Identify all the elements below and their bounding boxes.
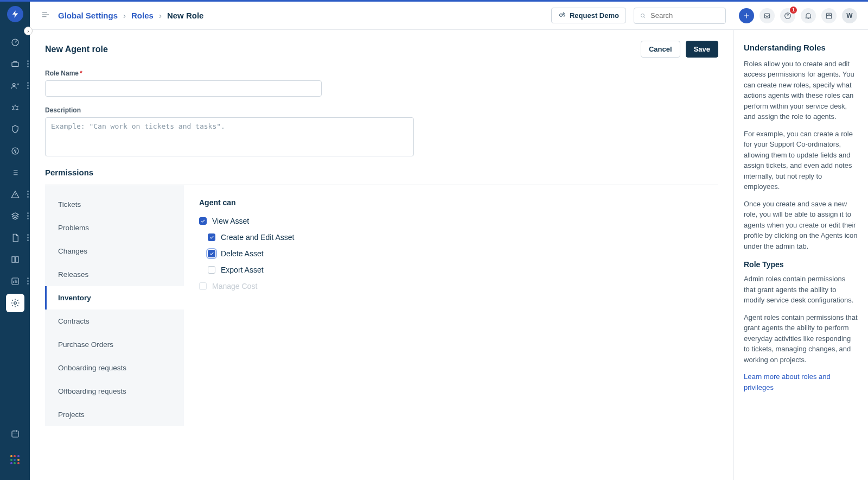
permissions-tablist: TicketsProblemsChangesReleasesInventoryC… [45,185,184,426]
permission-item[interactable]: Delete Asset [208,249,703,258]
permissions-tab[interactable]: Offboarding requests [45,380,184,403]
help-text: Once you create and save a new role, you… [744,199,858,252]
chevron-right-icon: › [159,11,162,20]
inbox-icon[interactable] [760,8,775,23]
checkbox[interactable] [208,250,215,257]
chevron-right-icon: › [123,11,126,20]
svg-point-9 [563,13,565,15]
nav-alerts[interactable] [6,185,24,204]
role-name-input[interactable] [45,80,322,97]
permission-label: Export Asset [221,266,264,274]
request-demo-button[interactable]: Request Demo [551,8,626,23]
nav-inventory[interactable] [6,207,24,225]
svg-rect-7 [12,431,18,437]
permission-item: Manage Cost [199,282,703,290]
breadcrumb-current: New Role [167,11,204,20]
permissions-body-heading: Agent can [199,198,703,207]
hamburger-icon[interactable] [41,10,50,21]
nav-dashboard[interactable] [6,33,24,52]
nav-documents[interactable] [6,229,24,247]
checkbox[interactable] [208,233,215,241]
bell-icon[interactable] [801,8,816,23]
expand-rail-handle[interactable]: › [24,27,33,35]
svg-point-2 [12,84,15,86]
permissions-tab[interactable]: Purchase Orders [45,333,184,356]
nav-tickets[interactable] [6,55,24,73]
request-demo-label: Request Demo [570,11,619,20]
help-heading: Understanding Roles [744,42,858,54]
new-button[interactable] [739,8,754,23]
nav-apps[interactable] [6,451,24,469]
permission-label: View Asset [212,217,249,225]
help-subheading: Role Types [744,259,858,270]
checkbox[interactable] [199,217,207,225]
search-box[interactable] [634,8,726,24]
breadcrumb-global-settings[interactable]: Global Settings [58,11,118,20]
nav-reports[interactable] [6,272,24,290]
marketplace-icon[interactable] [821,8,837,23]
save-button[interactable]: Save [686,41,718,58]
permissions-tab[interactable]: Tickets [45,193,184,216]
topbar: Global Settings › Roles › New Role Reque… [30,2,868,30]
nav-security[interactable] [6,120,24,138]
permission-item[interactable]: Export Asset [208,266,703,274]
nav-knowledge[interactable] [6,250,24,269]
permissions-tab[interactable]: Inventory [45,286,184,310]
nav-calendar[interactable] [6,425,24,443]
permissions-checklist: View AssetCreate and Edit AssetDelete As… [199,217,703,290]
role-name-label: Role Name* [45,70,718,77]
permission-label: Delete Asset [221,249,264,258]
permissions-tab[interactable]: Releases [45,263,184,286]
help-text: Agent roles contain permissions that gra… [744,312,858,365]
help-panel: Understanding Roles Roles allow you to c… [733,30,868,480]
help-learn-more-link[interactable]: Learn more about roles and privileges [744,372,831,391]
cancel-button[interactable]: Cancel [641,41,680,58]
svg-point-8 [559,14,562,16]
left-nav-rail: › [0,2,30,480]
permissions-tab[interactable]: Projects [45,403,184,426]
notification-badge: 1 [790,7,797,14]
avatar[interactable]: W [842,8,857,23]
checkbox [199,282,207,290]
nav-users[interactable] [6,77,24,95]
permissions-tab[interactable]: Contracts [45,310,184,333]
svg-rect-1 [12,62,18,67]
help-text: Roles allow you to create and edit acces… [744,59,858,122]
svg-point-10 [641,14,644,17]
permission-item[interactable]: View Asset [199,217,703,225]
svg-point-3 [13,106,17,110]
help-text: Admin roles contain permissions that gra… [744,274,858,306]
permission-item[interactable]: Create and Edit Asset [208,233,703,242]
permission-label: Manage Cost [212,282,257,290]
nav-automation[interactable] [6,142,24,160]
description-label: Description [45,106,718,114]
breadcrumb-roles[interactable]: Roles [131,11,154,20]
permissions-panel: TicketsProblemsChangesReleasesInventoryC… [45,185,718,426]
permissions-tab[interactable]: Onboarding requests [45,356,184,380]
search-input[interactable] [650,11,720,20]
permissions-tab[interactable]: Problems [45,216,184,239]
help-icon[interactable]: 1 [780,8,795,23]
product-logo[interactable] [7,6,23,22]
help-text: For example, you can create a role for y… [744,129,858,192]
page-title: New Agent role [45,45,108,54]
nav-bugs[interactable] [6,98,24,117]
breadcrumb: Global Settings › Roles › New Role [58,11,203,20]
permissions-tab[interactable]: Changes [45,239,184,263]
nav-settings[interactable] [6,294,24,312]
description-textarea[interactable] [45,117,414,156]
checkbox[interactable] [208,266,215,274]
permission-label: Create and Edit Asset [221,233,294,242]
svg-point-6 [14,302,16,305]
nav-list[interactable] [6,163,24,182]
permissions-heading: Permissions [45,168,718,177]
